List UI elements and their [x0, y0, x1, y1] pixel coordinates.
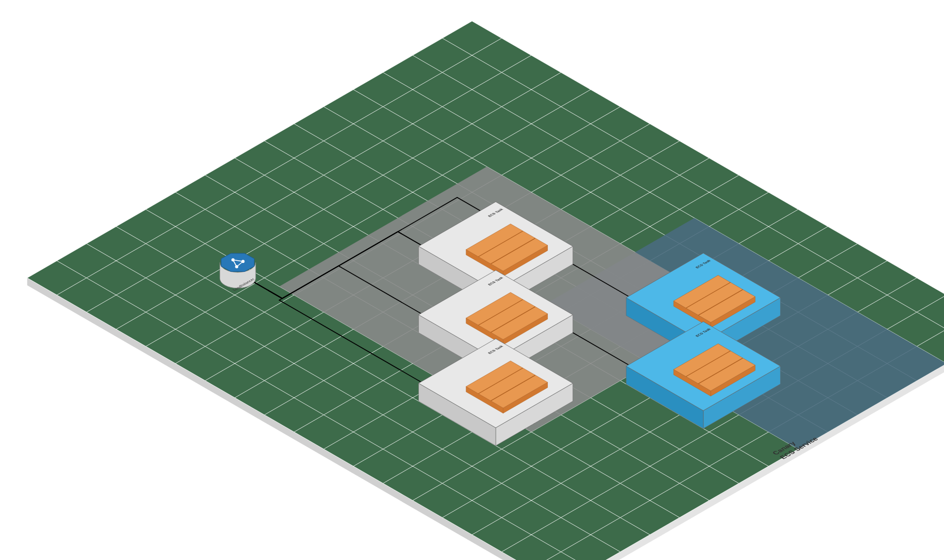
svg-marker-80 [221, 253, 254, 272]
